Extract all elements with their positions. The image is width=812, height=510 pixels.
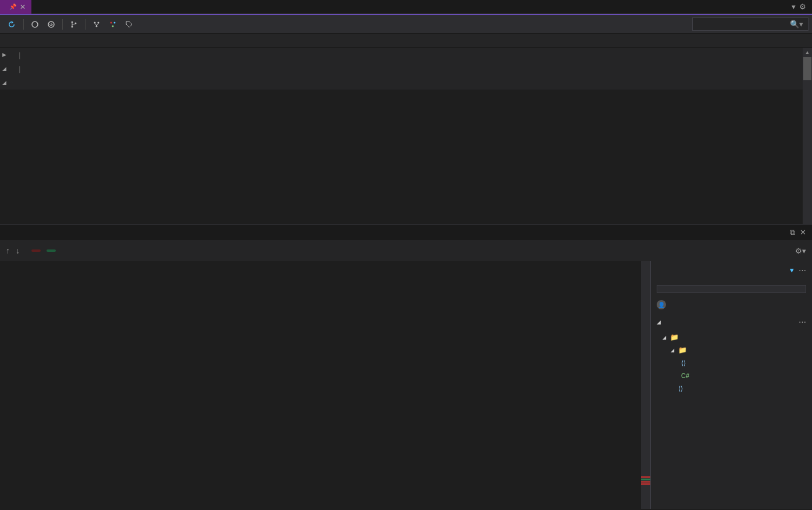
more-icon[interactable]: ⋯	[799, 266, 806, 274]
xaml-file-icon: ⟨⟩	[681, 359, 686, 367]
author-row: 👤	[651, 295, 812, 314]
graph-toggle-2[interactable]	[105, 18, 120, 31]
chevron-down-icon: ▾	[790, 266, 794, 274]
next-change-button[interactable]: ↓	[16, 246, 20, 255]
git-toolbar: 🔍▾	[0, 15, 812, 34]
section-outgoing[interactable]: ◢ |	[0, 62, 812, 76]
tree-file-mainpage-cs[interactable]: C#	[651, 369, 812, 382]
graph-toggle-1[interactable]	[89, 18, 104, 31]
commit-id-row: ▾ ⋯	[651, 261, 812, 279]
refresh-button[interactable]	[3, 17, 20, 31]
gear-icon[interactable]: ⚙▾	[795, 247, 806, 255]
svg-point-10	[112, 25, 114, 27]
gear-icon[interactable]: ⚙	[799, 2, 806, 11]
commit-detail-header: ⧉ ✕	[0, 224, 812, 240]
avatar-icon: 👤	[657, 300, 666, 309]
commit-details-panel: ▾ ⋯ 👤 ◢ ⋯ ◢ 📁 ◢ 📁	[650, 261, 812, 509]
tree-file-mainpage-xaml[interactable]: ⟨⟩	[651, 356, 812, 369]
message-label	[651, 279, 812, 283]
collapse-icon[interactable]: ◢	[2, 80, 9, 85]
file-tree: ◢ 📁 ◢ 📁 ⟨⟩ C# ◢ ⟨⟩	[651, 330, 812, 396]
fetch-button[interactable]	[27, 18, 42, 31]
tag-button[interactable]	[122, 18, 137, 31]
tab-overflow[interactable]: ▾ ⚙	[786, 2, 812, 11]
chevron-down-icon[interactable]: ▾	[792, 2, 796, 11]
search-icon[interactable]: 🔍▾	[790, 20, 803, 28]
section-local[interactable]: ◢	[0, 76, 812, 90]
tab-navtoolbar[interactable]	[43, 0, 55, 14]
tree-folder-files[interactable]: ◢ 📁	[651, 331, 812, 344]
dock-icon[interactable]: ⧉	[790, 228, 795, 237]
tree-folder-views[interactable]: ◢ 📁	[651, 344, 812, 356]
prev-change-button[interactable]: ↑	[6, 246, 10, 255]
folder-icon: 📁	[670, 333, 679, 341]
close-icon[interactable]: ✕	[20, 3, 26, 11]
scroll-up-icon[interactable]: ▲	[803, 48, 812, 57]
reset-link[interactable]: ▾	[789, 266, 794, 274]
xaml-file-icon: ⟨⟩	[678, 385, 683, 393]
folder-icon: 📁	[678, 346, 687, 354]
more-icon[interactable]: ⋯	[799, 318, 806, 326]
deletions-badge	[31, 249, 41, 252]
collapse-icon[interactable]: ◢	[663, 335, 668, 340]
commit-history: ▲ ▶ | ◢ | ◢	[0, 48, 812, 224]
detail-toolbar: ↑ ↓ ⚙▾	[0, 240, 812, 261]
tab-inavigation[interactable]	[31, 0, 43, 14]
commit-message	[657, 285, 806, 293]
expand-icon[interactable]: ▶	[2, 52, 9, 58]
tab-files[interactable]: 📌 ✕	[0, 0, 31, 14]
tree-file-app-xaml[interactable]: ◢ ⟨⟩	[651, 382, 812, 395]
additions-badge	[47, 249, 56, 252]
detail-split: ▾ ⋯ 👤 ◢ ⋯ ◢ 📁 ◢ 📁	[0, 261, 812, 509]
cs-file-icon: C#	[681, 372, 689, 379]
changes-section-header[interactable]: ◢ ⋯	[651, 314, 812, 330]
branch-button[interactable]	[66, 18, 81, 31]
column-headers	[0, 34, 812, 48]
collapse-icon[interactable]: ◢	[2, 66, 9, 72]
filter-history-input[interactable]: 🔍▾	[692, 17, 809, 31]
section-incoming[interactable]: ▶ |	[0, 48, 812, 62]
pull-button[interactable]	[44, 18, 59, 31]
pin-icon[interactable]: 📌	[9, 3, 16, 10]
close-icon[interactable]: ✕	[800, 228, 806, 237]
scrollbar[interactable]: ▲	[803, 48, 812, 224]
minimap[interactable]	[641, 261, 650, 509]
scroll-thumb[interactable]	[803, 57, 811, 80]
collapse-icon[interactable]: ◢	[671, 348, 676, 353]
collapse-icon[interactable]: ◢	[657, 319, 661, 325]
svg-point-8	[111, 22, 112, 23]
diff-viewer[interactable]	[0, 261, 650, 509]
svg-point-0	[32, 22, 38, 27]
editor-tabs: 📌 ✕ ▾ ⚙	[0, 0, 812, 14]
svg-point-9	[114, 22, 116, 23]
